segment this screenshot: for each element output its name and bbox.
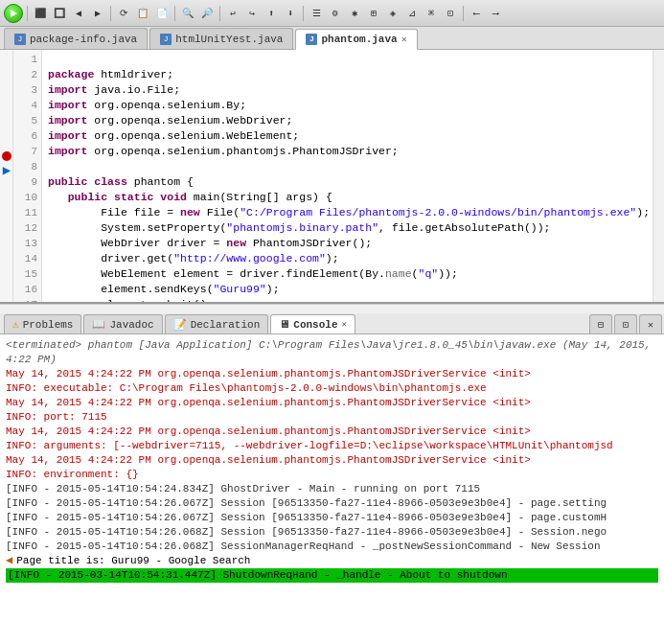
console-line-4: INFO: port: 7115 — [6, 410, 658, 425]
toolbar-btn-14[interactable]: ☰ — [308, 5, 325, 22]
toolbar-btn-13[interactable]: ⬇ — [282, 5, 299, 22]
tab-htmlunit[interactable]: J htmlUnitYest.java — [149, 28, 293, 49]
toolbar-btn-18[interactable]: ◈ — [384, 5, 401, 22]
console-label: Console — [293, 319, 337, 331]
console-icon: 🖥 — [279, 318, 289, 331]
toolbar-btn-8[interactable]: 🔍 — [179, 5, 196, 22]
java-file-icon: J — [14, 34, 26, 45]
console-line-12: [INFO - 2015-05-14T10:54:26.068Z] Sessio… — [6, 525, 658, 540]
toolbar-btn-12[interactable]: ⬆ — [263, 5, 280, 22]
toolbar-btn-20[interactable]: ⌘ — [423, 5, 440, 22]
console-line-6: INFO: arguments: [--webdriver=7115, --we… — [6, 439, 658, 453]
gutter-9 — [0, 150, 13, 162]
console-line-5: May 14, 2015 4:24:22 PM org.openqa.selen… — [6, 425, 658, 439]
console-line-14-row: ◀ Page title is: Guru99 - Google Search — [6, 554, 658, 568]
toolbar-separator — [27, 6, 28, 21]
gutter-7 — [0, 125, 13, 137]
toolbar-btn-22[interactable]: ⟵ — [468, 5, 485, 22]
code-text[interactable]: package htmldriver; import java.io.File;… — [42, 50, 653, 302]
tab-label: package-info.java — [30, 34, 137, 45]
console-line-2: INFO: executable: C:\Program Files\phant… — [6, 381, 658, 396]
panel-expand-btn[interactable]: ⊡ — [614, 314, 637, 334]
toolbar-btn-10[interactable]: ↩ — [224, 5, 241, 22]
problems-icon: ⚠ — [12, 318, 19, 331]
tab-problems[interactable]: ⚠ Problems — [4, 314, 81, 334]
svg-marker-0 — [11, 10, 17, 17]
console-line-3: May 14, 2015 4:24:22 PM org.openqa.selen… — [6, 396, 658, 410]
toolbar-btn-5[interactable]: ⟳ — [115, 5, 132, 22]
gutter-12 — [0, 190, 13, 202]
console-line-15-highlight: [INFO - 2015-03-14T10:54:31.447Z] Shutdo… — [6, 568, 658, 583]
editor-horizontal-scrollbar[interactable] — [0, 304, 664, 313]
gutter-13 — [0, 202, 13, 215]
javadoc-label: Javadoc — [109, 319, 153, 331]
gutter-1 — [0, 50, 13, 62]
gutter-3 — [0, 75, 13, 87]
tab-close-button[interactable]: ✕ — [401, 34, 407, 45]
console-line-7: May 14, 2015 4:24:22 PM org.openqa.selen… — [6, 453, 658, 468]
panel-action-btn[interactable]: ⊟ — [589, 314, 612, 334]
gutter-17 — [0, 252, 13, 264]
tab-javadoc[interactable]: 📖 Javadoc — [83, 314, 162, 334]
toolbar-btn-21[interactable]: ⊡ — [442, 5, 459, 22]
tab-label-3: phantom.java — [321, 34, 397, 45]
toolbar-btn-15[interactable]: ⚙ — [327, 5, 344, 22]
editor-scrollbar[interactable] — [653, 50, 664, 302]
bottom-panel: ⚠ Problems 📖 Javadoc 📝 Declaration 🖥 Con… — [0, 313, 664, 644]
toolbar-btn-11[interactable]: ↪ — [243, 5, 261, 22]
gutter-16 — [0, 240, 13, 252]
editor-tab-bar: J package-info.java J htmlUnitYest.java … — [0, 27, 664, 50]
toolbar-btn-6[interactable]: 📋 — [134, 5, 151, 22]
gutter-8 — [0, 137, 13, 150]
toolbar-btn-17[interactable]: ⊞ — [365, 5, 382, 22]
toolbar-separator-3 — [174, 6, 175, 21]
toolbar-separator-5 — [303, 6, 304, 21]
line-numbers: 12345 678910 1112131415 1617181920 — [13, 50, 42, 302]
tab-declaration[interactable]: 📝 Declaration — [165, 314, 269, 334]
toolbar: ⬛ 🔲 ◀ ▶ ⟳ 📋 📄 🔍 🔎 ↩ ↪ ⬆ ⬇ ☰ ⚙ ✱ ⊞ ◈ ⊿ ⌘ … — [0, 0, 664, 27]
console-line-8: INFO: environment: {} — [6, 468, 658, 482]
problems-label: Problems — [23, 319, 74, 331]
console-line-15: [INFO - 2015-03-14T10:54:31.447Z] Shutdo… — [8, 569, 508, 581]
console-output: <terminated> phantom [Java Application] … — [0, 334, 664, 644]
toolbar-btn-4[interactable]: ▶ — [89, 5, 106, 22]
toolbar-btn-7[interactable]: 📄 — [153, 5, 171, 22]
toolbar-btn-1[interactable]: ⬛ — [32, 5, 49, 22]
gutter-14 — [0, 215, 13, 227]
toolbar-separator-4 — [219, 6, 220, 21]
gutter-2 — [0, 62, 13, 75]
gutter-15 — [0, 227, 13, 240]
console-line-9: [INFO - 2015-05-14T10:54:24.834Z] GhostD… — [6, 482, 658, 496]
toolbar-btn-3[interactable]: ◀ — [70, 5, 87, 22]
java-file-icon-2: J — [160, 34, 172, 45]
toolbar-btn-16[interactable]: ✱ — [346, 5, 363, 22]
gutter-19 — [0, 277, 13, 289]
declaration-label: Declaration — [191, 319, 261, 331]
tab-phantom[interactable]: J phantom.java ✕ — [295, 29, 417, 50]
console-close-btn[interactable]: ✕ — [342, 319, 347, 330]
java-file-icon-3: J — [306, 34, 317, 45]
tab-package-info[interactable]: J package-info.java — [4, 28, 148, 49]
toolbar-btn-19[interactable]: ⊿ — [403, 5, 421, 22]
tab-label-2: htmlUnitYest.java — [175, 34, 283, 45]
declaration-icon: 📝 — [173, 318, 187, 331]
run-button[interactable] — [4, 4, 23, 23]
gutter-5 — [0, 100, 13, 112]
gutter-20 — [0, 289, 13, 302]
console-terminated-line: <terminated> phantom [Java Application] … — [6, 338, 658, 367]
console-line-13: [INFO - 2015-05-14T10:54:26.068Z] Sessio… — [6, 540, 658, 554]
toolbar-btn-9[interactable]: 🔎 — [198, 5, 216, 22]
panel-close-btn[interactable]: ✕ — [639, 314, 662, 334]
console-line-10: [INFO - 2015-05-14T10:54:26.067Z] Sessio… — [6, 496, 658, 511]
code-editor: ▶ 12345 678910 1112131415 1617181920 pac… — [0, 50, 664, 304]
toolbar-separator-2 — [110, 6, 111, 21]
editor-left-gutter: ▶ — [0, 50, 13, 302]
toolbar-btn-2[interactable]: 🔲 — [51, 5, 68, 22]
console-line-1: May 14, 2015 4:24:22 PM org.openqa.selen… — [6, 367, 658, 381]
toolbar-separator-6 — [463, 6, 464, 21]
gutter-10: ▶ — [0, 162, 13, 177]
toolbar-btn-23[interactable]: ⟶ — [487, 5, 504, 22]
tab-console[interactable]: 🖥 Console ✕ — [270, 314, 355, 334]
gutter-4 — [0, 87, 13, 100]
console-line-14: Page title is: Guru99 - Google Search — [16, 554, 250, 568]
